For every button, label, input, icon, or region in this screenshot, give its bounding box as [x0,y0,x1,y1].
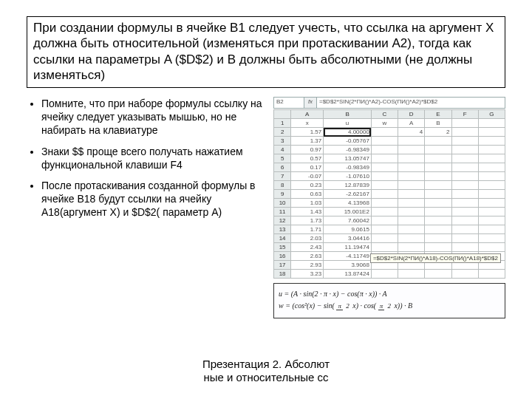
cell[interactable]: 2.93 [291,261,324,270]
cell[interactable]: -1.07610 [324,172,372,181]
row-header[interactable]: 5 [274,154,291,163]
row-header[interactable]: 6 [274,163,291,172]
cell[interactable] [425,172,451,181]
col-header[interactable]: A [291,110,324,119]
cell[interactable]: 0.17 [291,163,324,172]
cell[interactable] [371,128,398,137]
cell[interactable]: 1.43 [291,208,324,216]
cell[interactable] [478,128,505,137]
cell[interactable] [371,181,398,190]
cell[interactable]: -0.98349 [324,163,372,172]
cell[interactable] [371,270,398,279]
cell[interactable] [398,163,425,172]
cell[interactable] [398,234,425,243]
cell[interactable]: 1.37 [291,137,324,146]
cell[interactable] [478,172,505,181]
cell[interactable] [371,234,398,243]
cell[interactable] [478,243,505,252]
cell[interactable] [451,119,478,128]
col-header[interactable]: E [425,110,451,119]
cell[interactable] [398,270,425,279]
cell[interactable]: B [425,119,451,128]
row-header[interactable]: 2 [274,128,291,137]
cell[interactable]: 1.71 [291,225,324,234]
row-header[interactable]: 10 [274,199,291,208]
cell[interactable] [478,225,505,234]
cell[interactable]: -0.07 [291,172,324,181]
cell[interactable]: 1.57 [291,128,324,137]
cell[interactable]: 1.03 [291,199,324,208]
cell[interactable] [371,154,398,163]
cell[interactable] [451,146,478,154]
cell[interactable] [478,270,505,279]
cell[interactable]: 4.00000 [324,128,372,137]
row-header[interactable]: 11 [274,208,291,216]
cell[interactable] [425,154,451,163]
cell[interactable] [451,181,478,190]
cell[interactable] [451,190,478,199]
cell[interactable]: w [371,119,398,128]
cell[interactable] [478,208,505,216]
cell[interactable] [371,172,398,181]
row-header[interactable]: 13 [274,225,291,234]
cell[interactable]: 2.03 [291,234,324,243]
cell[interactable] [451,163,478,172]
cell[interactable] [398,199,425,208]
col-header[interactable]: G [478,110,505,119]
cell[interactable] [371,190,398,199]
cell[interactable] [398,216,425,225]
cell[interactable]: 7.60042 [324,216,372,225]
cell[interactable] [425,137,451,146]
cell[interactable]: u [324,119,372,128]
corner-cell[interactable] [274,110,291,119]
cell[interactable] [478,163,505,172]
cell[interactable]: x [291,119,324,128]
row-header[interactable]: 16 [274,252,291,261]
cell[interactable]: -2.62167 [324,190,372,199]
cell[interactable]: 0.63 [291,190,324,199]
cell[interactable] [371,216,398,225]
cell[interactable] [451,243,478,252]
cell[interactable] [425,163,451,172]
cell[interactable]: 13.05747 [324,154,372,163]
col-header[interactable]: C [371,110,398,119]
cell[interactable] [425,270,451,279]
cell[interactable] [371,146,398,154]
row-header[interactable]: 3 [274,137,291,146]
formula-input[interactable]: =$D$2*SIN(2*ПИ()*A2)-COS(ПИ()*A2)*$D$2 [317,98,505,108]
cell[interactable] [425,181,451,190]
row-header[interactable]: 12 [274,216,291,225]
cell[interactable] [478,216,505,225]
cell[interactable] [398,225,425,234]
cell[interactable]: 2.63 [291,252,324,261]
row-header[interactable]: 15 [274,243,291,252]
cell[interactable] [371,208,398,216]
cell[interactable] [398,208,425,216]
cell[interactable]: A [398,119,425,128]
cell[interactable] [425,225,451,234]
cell[interactable] [451,208,478,216]
cell[interactable] [425,190,451,199]
cell[interactable]: 15.001E2 [324,208,372,216]
cell[interactable] [425,199,451,208]
cell[interactable] [478,137,505,146]
cell[interactable] [451,199,478,208]
cell[interactable] [451,225,478,234]
row-header[interactable]: 18 [274,270,291,279]
cell[interactable] [398,172,425,181]
cell[interactable] [451,270,478,279]
cell[interactable]: 13.87424 [324,270,372,279]
row-header[interactable]: 9 [274,190,291,199]
cell[interactable] [478,154,505,163]
cell[interactable]: 11.19474 [324,243,372,252]
cell[interactable] [478,190,505,199]
cell[interactable]: -6.98349 [324,146,372,154]
cell[interactable]: 0.23 [291,181,324,190]
cell[interactable] [451,137,478,146]
cell[interactable] [398,146,425,154]
row-header[interactable]: 17 [274,261,291,270]
cell[interactable] [451,154,478,163]
cell[interactable]: 0.57 [291,154,324,163]
cell[interactable] [425,234,451,243]
cell[interactable] [425,216,451,225]
